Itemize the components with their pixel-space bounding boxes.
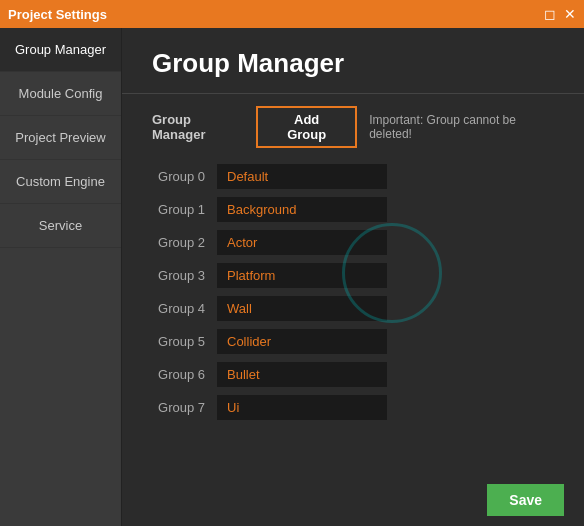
group-label-1: Group 1: [152, 202, 217, 217]
sidebar-item-module-config[interactable]: Module Config: [0, 72, 121, 116]
groups-list: Group 0Group 1Group 2Group 3Group 4Group…: [122, 160, 584, 474]
table-row: Group 6: [152, 362, 554, 387]
window-controls: ◻ ✕: [544, 7, 576, 21]
group-label-0: Group 0: [152, 169, 217, 184]
close-button[interactable]: ✕: [564, 7, 576, 21]
group-manager-toolbar: Group Manager Add Group Important: Group…: [122, 94, 584, 160]
sidebar-item-service[interactable]: Service: [0, 204, 121, 248]
table-row: Group 5: [152, 329, 554, 354]
group-input-4[interactable]: [217, 296, 387, 321]
group-input-0[interactable]: [217, 164, 387, 189]
sidebar-item-custom-engine[interactable]: Custom Engine: [0, 160, 121, 204]
content-header: Group Manager: [122, 28, 584, 94]
window-title: Project Settings: [8, 7, 107, 22]
sidebar: Group Manager Module Config Project Prev…: [0, 28, 122, 526]
group-label-5: Group 5: [152, 334, 217, 349]
group-input-7[interactable]: [217, 395, 387, 420]
table-row: Group 0: [152, 164, 554, 189]
group-input-6[interactable]: [217, 362, 387, 387]
group-input-5[interactable]: [217, 329, 387, 354]
group-label-7: Group 7: [152, 400, 217, 415]
group-label-2: Group 2: [152, 235, 217, 250]
sidebar-item-project-preview[interactable]: Project Preview: [0, 116, 121, 160]
footer: Save: [122, 474, 584, 526]
page-title: Group Manager: [152, 48, 554, 79]
toolbar-label: Group Manager: [152, 112, 244, 142]
restore-button[interactable]: ◻: [544, 7, 556, 21]
group-input-3[interactable]: [217, 263, 387, 288]
sidebar-item-group-manager[interactable]: Group Manager: [0, 28, 121, 72]
save-button[interactable]: Save: [487, 484, 564, 516]
content-area: Group Manager Group Manager Add Group Im…: [122, 28, 584, 526]
add-group-button[interactable]: Add Group: [256, 106, 357, 148]
important-notice: Important: Group cannot be deleted!: [369, 113, 554, 141]
table-row: Group 4: [152, 296, 554, 321]
title-bar: Project Settings ◻ ✕: [0, 0, 584, 28]
group-label-6: Group 6: [152, 367, 217, 382]
table-row: Group 7: [152, 395, 554, 420]
main-layout: Group Manager Module Config Project Prev…: [0, 28, 584, 526]
group-input-2[interactable]: [217, 230, 387, 255]
group-input-1[interactable]: [217, 197, 387, 222]
group-label-4: Group 4: [152, 301, 217, 316]
table-row: Group 2: [152, 230, 554, 255]
group-label-3: Group 3: [152, 268, 217, 283]
table-row: Group 3: [152, 263, 554, 288]
table-row: Group 1: [152, 197, 554, 222]
